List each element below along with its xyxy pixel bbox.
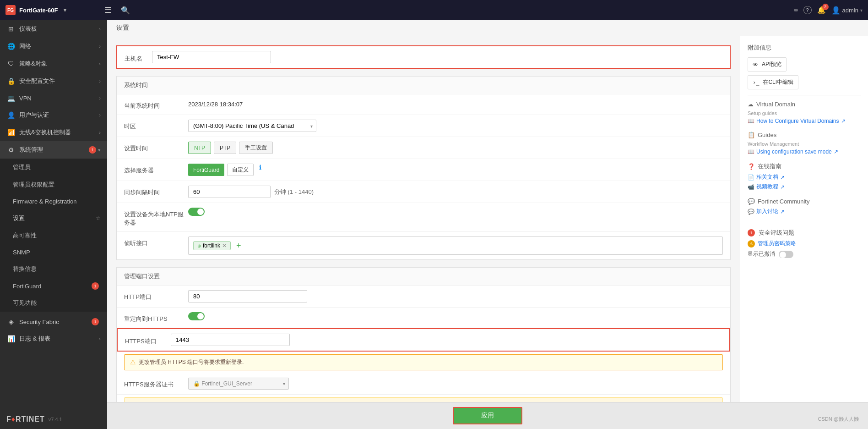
help-icon[interactable]: ? — [803, 6, 812, 14]
sidebar-sub-firmware[interactable]: Firmware & Registration — [0, 193, 107, 209]
redirect-https-label: 重定向到HTTPS — [124, 312, 188, 323]
related-docs-link[interactable]: 📄 相关文档 ↗ — [748, 173, 861, 181]
search-icon[interactable]: 🔍 — [121, 6, 130, 15]
https-port-input[interactable] — [171, 334, 290, 346]
vpn-icon: 💻 — [6, 94, 16, 102]
hamburger-icon[interactable]: ☰ — [104, 5, 112, 15]
main: 设置 主机名 系统时间 当前系统时间 2023/12/28 18:34:07 — [107, 20, 868, 429]
sidebar-item-wifi[interactable]: 📶 无线&交换机控制器 › — [0, 124, 107, 141]
sidebar-item-vpn[interactable]: 💻 VPN › — [0, 90, 107, 106]
policy-link[interactable]: 管理员密码策略 — [758, 240, 796, 248]
cli-edit-btn[interactable]: ›_ 在CLI中编辑 — [748, 75, 798, 89]
sidebar-sub-feature[interactable]: 可见功能 — [0, 294, 107, 312]
redirect-https-toggle[interactable] — [188, 312, 205, 320]
topbar-center: ☰ 🔍 — [104, 5, 787, 15]
timezone-control: (GMT-8:00) Pacific Time (US & Canad ▾ — [188, 120, 723, 132]
sidebar-sub-admin-profiles[interactable]: 管理员权限配置 — [0, 176, 107, 193]
guides-link[interactable]: 📖 Using configuration save mode ↗ — [748, 148, 861, 155]
btn-ntp[interactable]: NTP — [188, 142, 211, 154]
hostname-input[interactable] — [152, 51, 271, 63]
revoke-row: 显示已撤消 — [748, 250, 861, 258]
logo-icon: FG — [5, 5, 16, 15]
app-body: ⊞ 仪表板 › 🌐 网络 › 🛡 策略&对象 › 🔒 安全配置文件 › 💻 VP… — [0, 20, 868, 429]
vd-link[interactable]: 📖 How to Configure Virtual Domains ↗ — [748, 118, 861, 124]
sidebar-sub-high-avail[interactable]: 高可靠性 — [0, 227, 107, 244]
sidebar-item-log-report[interactable]: 📊 日志 & 报表 › — [0, 330, 107, 347]
apply-button[interactable]: 应用 — [453, 407, 522, 424]
video-ext-icon: ↗ — [780, 184, 785, 190]
sidebar-item-security-profile[interactable]: 🔒 安全配置文件 › — [0, 72, 107, 90]
cert-warning-wrap: ⚠ Certificates must be enabled under Sys… — [117, 395, 730, 402]
user-menu[interactable]: 👤 admin ▾ — [831, 6, 863, 15]
sidebar-sub-settings[interactable]: 设置 ☆ — [0, 209, 107, 227]
community-section: 💬 Fortinet Community 💬 加入讨论 ↗ — [748, 198, 861, 215]
right-panel: 附加信息 👁 API预览 ›_ 在CLI中编辑 ☁ Virtual Domain — [740, 36, 868, 402]
settings-star-icon[interactable]: ☆ — [96, 215, 101, 221]
page-breadcrumb: 设置 — [107, 20, 868, 36]
guides-icon: 📋 — [748, 132, 755, 138]
tag-add-icon[interactable]: + — [236, 241, 241, 251]
user-auth-chevron: › — [99, 112, 101, 118]
cli-icon[interactable]: ⌨ — [794, 7, 798, 14]
cert-select-wrap: 🔒 Fortinet_GUI_Server ▾ — [188, 378, 289, 390]
policy-chevron: › — [99, 61, 101, 66]
log-chevron: › — [99, 336, 101, 341]
mgmt-port-title: 管理端口设置 — [117, 268, 730, 286]
cli-btn-icon: ›_ — [753, 79, 759, 86]
server-info-icon[interactable]: ℹ — [259, 164, 261, 176]
api-preview-btn[interactable]: 👁 API预览 — [748, 57, 787, 72]
sidebar-footer: F♦RTINET v7.4.1 — [0, 410, 107, 429]
cert-select[interactable]: 🔒 Fortinet_GUI_Server — [188, 378, 289, 390]
sidebar-item-security-fabric[interactable]: ◈ Security Fabric 1 — [0, 314, 107, 330]
sidebar-item-network[interactable]: 🌐 网络 › — [0, 38, 107, 55]
sidebar-item-dashboard[interactable]: ⊞ 仪表板 › — [0, 20, 107, 38]
user-chevron: ▾ — [860, 8, 863, 13]
sidebar-sub-replace-msg[interactable]: 替换信息 — [0, 260, 107, 278]
right-panel-title: 附加信息 — [748, 44, 861, 52]
set-time-buttons: NTP PTP 手工设置 — [188, 142, 723, 154]
sync-interval-row: 同步间隔时间 分钟 (1 - 1440) — [117, 181, 730, 203]
sidebar-sub-admin[interactable]: 管理员 — [0, 159, 107, 176]
video-link[interactable]: 📹 视频教程 ↗ — [748, 183, 861, 191]
guides-book-icon: 📖 — [748, 148, 754, 155]
hostname-label: 主机名 — [125, 52, 152, 63]
tag-close-icon[interactable]: ✕ — [222, 242, 227, 249]
revoke-toggle[interactable] — [779, 251, 793, 258]
user-auth-icon: 👤 — [6, 111, 16, 119]
sidebar: ⊞ 仪表板 › 🌐 网络 › 🛡 策略&对象 › 🔒 安全配置文件 › 💻 VP… — [0, 20, 107, 429]
security-rating-section: 1 安全评级问题 ⚠ 管理员密码策略 显示已撤消 — [748, 229, 861, 258]
device-logo[interactable]: FG FortiGate-60F ▾ — [5, 5, 97, 15]
sidebar-item-user-auth[interactable]: 👤 用户与认证 › — [0, 106, 107, 124]
btn-fortiguard[interactable]: FortiGuard — [188, 164, 224, 176]
btn-manual[interactable]: 手工设置 — [239, 142, 273, 154]
sidebar-item-policy[interactable]: 🛡 策略&对象 › — [0, 55, 107, 72]
fortinet-logo: F♦RTINET — [6, 415, 45, 424]
http-port-row: HTTP端口 — [117, 286, 730, 308]
sync-interval-unit: 分钟 (1 - 1440) — [274, 188, 314, 196]
sidebar-item-system-admin[interactable]: ⚙ 系统管理 1 ▾ — [0, 141, 107, 159]
bell-icon[interactable]: 🔔 2 — [817, 6, 826, 14]
vpn-chevron: › — [99, 95, 101, 101]
guides-section: 📋 Guides Workflow Management 📖 Using con… — [748, 132, 861, 155]
ntp-local-toggle-switch[interactable] — [188, 208, 205, 216]
btn-ptp[interactable]: PTP — [214, 142, 236, 154]
join-link[interactable]: 💬 加入讨论 ↗ — [748, 208, 861, 215]
redirect-https-control — [188, 312, 723, 322]
divider-2 — [748, 223, 861, 223]
listen-interface-box[interactable]: ⊕ fortilink ✕ + — [188, 236, 723, 255]
api-icon: 👁 — [753, 61, 758, 68]
sidebar-sub-fortiguard[interactable]: FortiGuard 1 — [0, 278, 107, 294]
security-fabric-icon: ◈ — [6, 318, 16, 325]
guides-title: 📋 Guides — [748, 132, 861, 138]
sync-interval-input[interactable] — [188, 186, 271, 198]
guides-ext-icon: ↗ — [834, 148, 838, 155]
http-port-control — [188, 290, 723, 302]
http-port-input[interactable] — [188, 290, 307, 302]
btn-custom[interactable]: 自定义 — [227, 164, 254, 176]
online-help-title: ❓ 在线指南 — [748, 162, 861, 170]
sidebar-sub-snmp[interactable]: SNMP — [0, 244, 107, 260]
current-time-label: 当前系统时间 — [124, 99, 188, 110]
topbar-right: ⌨ ? 🔔 2 👤 admin ▾ — [794, 6, 863, 15]
timezone-select[interactable]: (GMT-8:00) Pacific Time (US & Canad — [188, 120, 316, 132]
tag-label: fortilink — [203, 242, 220, 249]
